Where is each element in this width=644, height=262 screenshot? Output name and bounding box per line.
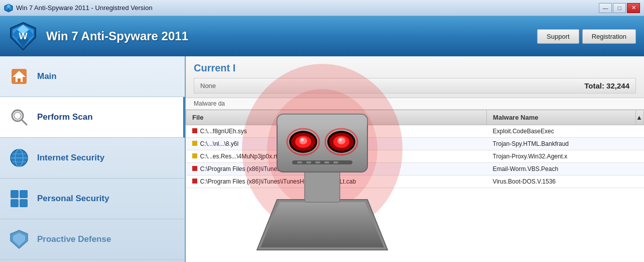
shield2-icon [8,228,30,250]
sidebar-label-personal-security: Personal Security [37,194,109,204]
total-count: Total: 32,244 [584,81,629,90]
grid-icon [8,188,30,210]
scroll-cell [636,138,644,150]
support-button[interactable]: Support [537,29,579,44]
app-window: W Win 7 Anti-Spyware 2011 Support Regist… [0,16,644,262]
scroll-cell [636,163,644,176]
table-cell-file: C:\...f8gnUEh.sys [186,125,487,138]
sidebar-label-internet-security: Internet Security [37,153,104,163]
titlebar-title: Win 7 Anti-Spyware 2011 - Unregistred Ve… [16,4,153,12]
table-cell-file: C:\Program Files (x86)\iTunes\iTunes.Res… [186,163,487,176]
maximize-button[interactable]: □ [613,3,626,13]
threat-yellow-icon [192,141,197,146]
table-cell-malware: Email-Worm.VBS.Peach [487,163,636,176]
table-row: C:\Program Files (x86)\iTunes\iTunes.Res… [186,163,644,176]
svg-rect-24 [11,199,19,207]
scroll-cell [636,125,644,138]
sidebar-item-main[interactable]: Main [0,56,185,97]
table-cell-malware: Virus.Boot-DOS.V.1536 [487,176,636,188]
header-buttons: Support Registration [537,29,636,44]
content-title: Current I [194,62,636,74]
table-row: C:\...es.Res...\4MuNp3jp0x.rtTrojan-Prox… [186,150,644,163]
svg-rect-23 [20,190,28,198]
globe-icon [8,147,30,169]
threat-red-icon [192,179,197,184]
scan-icon [8,106,30,128]
content-header: Current I None Total: 32,244 [186,56,644,98]
app-title: Win 7 Anti-Spyware 2011 [46,29,529,43]
sidebar-item-perform-scan[interactable]: Perform Scan [0,97,185,138]
home-icon [8,65,30,88]
svg-point-15 [14,112,21,119]
close-button[interactable]: ✕ [627,3,640,13]
sidebar: Main Perform Scan [0,56,186,262]
scan-table: File Malware Name ▲ C:\...f8gnUEh.sysExp… [186,110,644,188]
table-cell-malware: Trojan-Proxy.Win32.Agent.x [487,150,636,163]
table-cell-malware: Trojan-Spy.HTML.Bankfraud [487,138,636,150]
app-logo: W [8,21,38,51]
table-row: C:\Program Files (x86)\iTunes\iTunesHelp… [186,176,644,188]
col-malware: Malware Name [487,110,636,125]
svg-rect-25 [20,199,28,207]
sidebar-item-personal-security[interactable]: Personal Security [0,179,185,219]
threat-red-icon [192,128,197,133]
table-cell-file: C:\Program Files (x86)\iTunes\iTunesHelp… [186,176,487,188]
sidebar-label-main: Main [37,71,57,81]
sidebar-label-proactive-defense: Proactive Defense [37,234,111,244]
malware-db-text: Malware da [186,98,644,110]
table-cell-file: C:\...\nl...\8.y6l [186,138,487,150]
minimize-button[interactable]: — [599,3,612,13]
status-label: None [200,82,216,90]
titlebar-controls: — □ ✕ [599,3,640,13]
titlebar-icon [4,4,13,13]
app-body: Main Perform Scan [0,56,644,262]
sidebar-item-proactive-defense[interactable]: Proactive Defense [0,219,185,260]
table-container: File Malware Name ▲ C:\...f8gnUEh.sysExp… [186,110,644,188]
table-cell-file: C:\...es.Res...\4MuNp3jp0x.rt [186,150,487,163]
col-file: File [186,110,487,125]
svg-line-16 [22,120,27,125]
table-row: C:\...f8gnUEh.sysExploit.CodeBaseExec [186,125,644,138]
svg-text:W: W [19,31,28,41]
table-cell-malware: Exploit.CodeBaseExec [487,125,636,138]
col-scroll: ▲ [636,110,644,125]
titlebar-left: Win 7 Anti-Spyware 2011 - Unregistred Ve… [4,4,153,13]
threat-yellow-icon [192,153,197,158]
table-row: C:\...\nl...\8.y6lTrojan-Spy.HTML.Bankfr… [186,138,644,150]
svg-rect-22 [11,190,19,198]
main-content: Current I None Total: 32,244 Malware da … [186,56,644,262]
threat-red-icon [192,166,197,171]
scroll-cell [636,176,644,188]
svg-rect-13 [18,78,21,82]
sidebar-item-internet-security[interactable]: Internet Security [0,138,185,179]
status-bar: None Total: 32,244 [194,78,636,94]
sidebar-label-perform-scan: Perform Scan [37,112,93,122]
scroll-cell [636,150,644,163]
registration-button[interactable]: Registration [582,29,636,44]
app-header: W Win 7 Anti-Spyware 2011 Support Regist… [0,16,644,56]
titlebar: Win 7 Anti-Spyware 2011 - Unregistred Ve… [0,0,644,16]
